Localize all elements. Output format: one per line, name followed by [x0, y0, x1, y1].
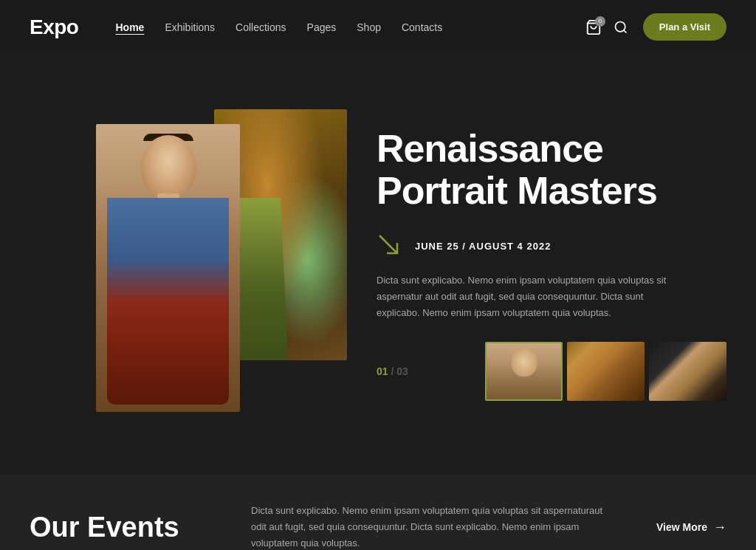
thumbnails: [485, 342, 726, 401]
hero-front-painting: [96, 124, 240, 412]
hero-description: Dicta sunt explicabo. Nemo enim ipsam vo…: [377, 272, 687, 321]
thumbnail-2[interactable]: [567, 342, 645, 401]
hero-section: Renaissance Portrait Masters JUNE 25 / A…: [0, 54, 756, 475]
hero-date-row: JUNE 25 / AUGUST 4 2022: [377, 233, 726, 259]
svg-point-1: [615, 21, 625, 31]
nav-pages[interactable]: Pages: [307, 21, 337, 33]
svg-line-2: [624, 30, 627, 32]
cart-badge: 0: [595, 16, 605, 27]
thumbnail-3[interactable]: [649, 342, 726, 401]
painting-face: [140, 135, 196, 198]
hero-title: Renaissance Portrait Masters: [377, 128, 726, 212]
view-more-link[interactable]: View More →: [656, 520, 726, 535]
main-nav: Home Exhibitions Collections Pages Shop …: [115, 21, 585, 33]
site-header: Expo Home Exhibitions Collections Pages …: [0, 0, 756, 54]
cart-button[interactable]: 0: [585, 19, 602, 35]
nav-exhibitions[interactable]: Exhibitions: [165, 21, 215, 33]
hero-bottom: 01 / 03: [377, 342, 726, 401]
arrow-right-icon: →: [713, 520, 726, 535]
events-title: Our Events: [30, 512, 207, 543]
search-button[interactable]: [614, 20, 628, 35]
hero-images: [96, 109, 325, 419]
hero-content: Renaissance Portrait Masters JUNE 25 / A…: [377, 128, 726, 402]
plan-visit-button[interactable]: Plan a Visit: [643, 13, 726, 41]
nav-home[interactable]: Home: [115, 21, 144, 33]
header-icons: 0: [585, 19, 628, 35]
nav-contacts[interactable]: Contacts: [402, 21, 442, 33]
diagonal-arrow-icon: [377, 233, 403, 259]
site-logo[interactable]: Expo: [30, 16, 78, 39]
svg-line-3: [379, 236, 397, 253]
events-section: Our Events Dicta sunt explicabo. Nemo en…: [0, 475, 756, 550]
thumbnail-1[interactable]: [485, 342, 563, 401]
painting-body: [107, 198, 229, 405]
slide-counter: 01 / 03: [377, 365, 408, 377]
nav-shop[interactable]: Shop: [357, 21, 381, 33]
nav-collections[interactable]: Collections: [236, 21, 286, 33]
events-description: Dicta sunt explicabo. Nemo enim ipsam vo…: [251, 503, 612, 550]
hero-date: JUNE 25 / AUGUST 4 2022: [415, 241, 551, 252]
